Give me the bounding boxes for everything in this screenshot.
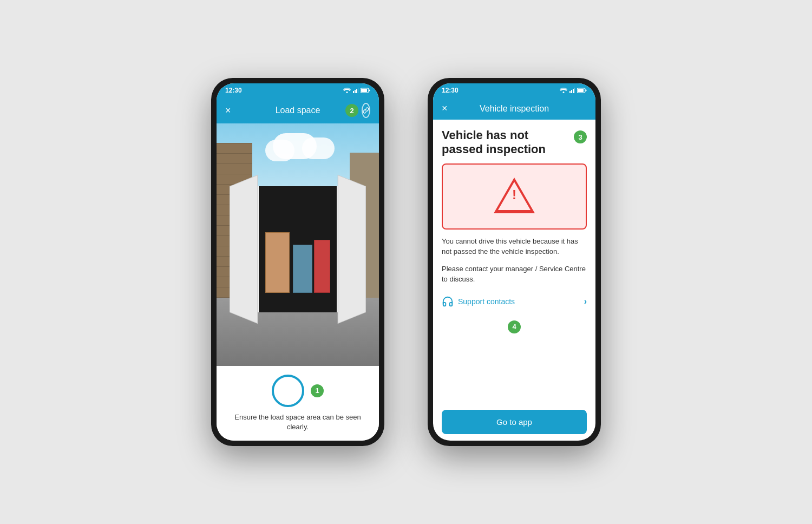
svg-rect-1 (353, 91, 354, 93)
badge-2: 2 (345, 104, 358, 117)
inspection-description-2: Please contact your manager / Service Ce… (442, 264, 587, 285)
svg-rect-12 (574, 88, 575, 93)
exclamation-icon: ! (512, 188, 516, 201)
go-to-app-button[interactable]: Go to app (442, 410, 587, 434)
header-left-1: × (225, 105, 247, 116)
warning-triangle: ! (493, 178, 536, 215)
badge-1: 1 (311, 384, 324, 397)
app-header-1: × Load space 2 (217, 97, 379, 123)
badge-4-row: 4 (442, 320, 587, 333)
support-contacts-link[interactable]: Support contacts › (442, 291, 587, 312)
capture-btn-row: 1 (272, 375, 324, 407)
status-icons-2 (560, 88, 587, 93)
close-icon-2[interactable]: × (442, 103, 448, 114)
svg-rect-15 (578, 89, 584, 92)
svg-rect-3 (356, 89, 357, 93)
inspection-title-row: Vehicle has not passed inspection 3 (442, 128, 587, 157)
signal-icon-2 (569, 88, 575, 93)
capture-button[interactable] (272, 375, 304, 407)
wifi-icon-1 (343, 88, 351, 93)
status-bar-2: 12:30 (433, 83, 595, 97)
svg-rect-2 (355, 90, 356, 93)
svg-point-8 (563, 91, 565, 93)
link-icon[interactable] (362, 103, 370, 118)
wifi-icon-2 (560, 88, 567, 93)
phone-2: 12:30 (428, 78, 601, 446)
battery-icon-1 (361, 88, 370, 93)
headset-icon (442, 296, 454, 307)
header-right-1: 2 (349, 103, 370, 118)
phones-container: 12:30 (211, 78, 601, 446)
support-link-text: Support contacts (458, 297, 515, 306)
svg-rect-7 (361, 89, 367, 92)
header-title-2: Vehicle inspection (463, 104, 565, 114)
badge-3: 3 (574, 130, 587, 143)
time-2: 12:30 (442, 87, 459, 94)
svg-rect-6 (369, 90, 370, 91)
badge-4: 4 (508, 320, 521, 333)
battery-icon-2 (577, 88, 587, 93)
svg-rect-4 (358, 88, 358, 93)
svg-rect-14 (586, 90, 587, 91)
van-photo-area (217, 123, 379, 366)
signal-icon-1 (353, 88, 358, 93)
app-header-2: × Vehicle inspection (433, 97, 595, 120)
warning-box: ! (442, 163, 587, 230)
svg-rect-10 (571, 90, 572, 93)
inspection-content: Vehicle has not passed inspection 3 ! Yo… (433, 120, 595, 403)
time-1: 12:30 (225, 87, 242, 94)
header-left-2: × (442, 103, 463, 114)
inspection-description-1: You cannot drive this vehicle because it… (442, 236, 587, 257)
capture-area: 1 Ensure the load space area can be seen… (217, 366, 379, 441)
capture-label: Ensure the load space area can be seen c… (225, 412, 370, 432)
inspection-title: Vehicle has not passed inspection (442, 128, 568, 157)
header-title-1: Load space (247, 106, 349, 115)
close-icon-1[interactable]: × (225, 105, 231, 116)
svg-rect-11 (573, 89, 574, 93)
status-bar-1: 12:30 (217, 83, 379, 97)
phone-1: 12:30 (211, 78, 384, 446)
support-link-left: Support contacts (442, 296, 515, 307)
svg-point-0 (346, 91, 348, 93)
status-icons-1 (343, 88, 370, 93)
chevron-right-icon: › (584, 297, 587, 306)
svg-rect-9 (569, 91, 571, 93)
